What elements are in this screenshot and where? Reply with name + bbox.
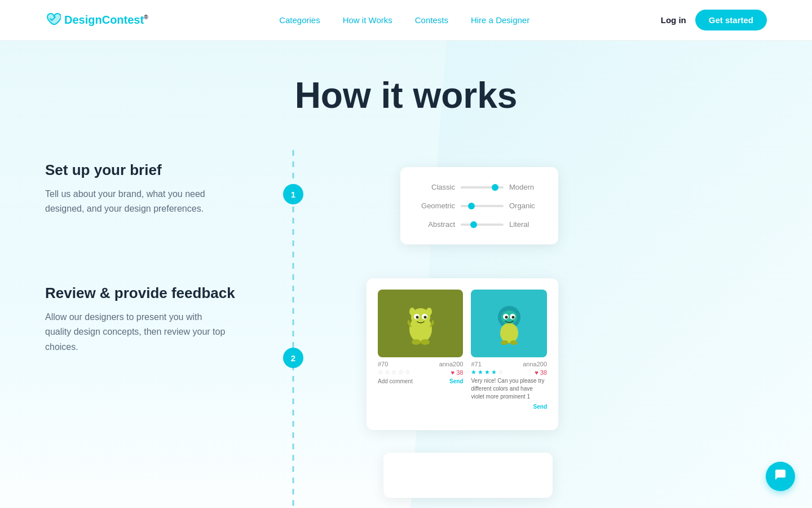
right-column: Classic Modern Geometric Organic [327, 150, 767, 508]
svg-point-11 [500, 323, 518, 343]
design-2-number: #71 [471, 361, 481, 367]
chat-icon [774, 468, 787, 485]
design-meta-2: #71 anna200 ★ ★ ★ ★ ☆ ♥ 38 [471, 361, 547, 411]
slider-3-track[interactable] [461, 224, 504, 226]
slider-3-right: Literal [509, 220, 540, 229]
nav-right: Log in Get started [661, 10, 767, 30]
brief-card: Classic Modern Geometric Organic [400, 167, 558, 244]
designs-card: #70 anna200 ☆ ☆ ☆ ☆ ☆ ♥ 38 [367, 278, 558, 430]
slider-1-left: Classic [418, 183, 455, 191]
design-image-1 [378, 290, 463, 357]
svg-point-16 [511, 316, 514, 319]
design-1-stars: ☆ ☆ ☆ ☆ ☆ ♥ 38 [378, 369, 463, 376]
svg-point-7 [423, 316, 426, 319]
hero-section: How it works Set up your brief Tell us a… [0, 41, 812, 508]
svg-point-3 [426, 308, 432, 316]
step-1-desc: Tell us about your brand, what you need … [45, 187, 226, 217]
slider-1-track[interactable] [461, 186, 504, 189]
svg-point-9 [421, 339, 430, 345]
design-image-2 [471, 290, 547, 357]
nav-how-it-works[interactable]: How it Works [343, 15, 392, 25]
step-dot-1: 1 [283, 184, 303, 204]
timeline-column: 1 2 [259, 150, 327, 508]
navbar: DesignContest® Categories How it Works C… [0, 0, 812, 41]
monster-1-icon [401, 298, 440, 349]
slider-2-track[interactable] [461, 205, 504, 207]
design-1-number: #70 [378, 361, 388, 367]
nav-categories[interactable]: Categories [279, 15, 320, 25]
design-meta-1: #70 anna200 ☆ ☆ ☆ ☆ ☆ ♥ 38 [378, 361, 463, 384]
svg-point-18 [510, 340, 518, 345]
design-1-comment-input[interactable] [378, 378, 449, 384]
design-2-feedback: Very nice! Can you please try different … [471, 377, 547, 411]
slider-row-1: Classic Modern [418, 183, 540, 191]
step-2-desc: Allow our designers to present you with … [45, 310, 226, 354]
designs-row: #70 anna200 ☆ ☆ ☆ ☆ ☆ ♥ 38 [378, 290, 547, 411]
step-1-block: Set up your brief Tell us about your bra… [45, 161, 259, 217]
login-button[interactable]: Log in [661, 15, 686, 25]
nav-hire[interactable]: Hire a Designer [471, 15, 529, 25]
design-2-stars: ★ ★ ★ ★ ☆ ♥ 38 [471, 369, 547, 376]
design-item-1: #70 anna200 ☆ ☆ ☆ ☆ ☆ ♥ 38 [378, 290, 463, 411]
content-area: Set up your brief Tell us about your bra… [0, 150, 812, 508]
logo[interactable]: DesignContest® [45, 11, 148, 30]
page-title-wrap: How it works [0, 75, 812, 116]
step-2-title: Review & provide feedback [45, 284, 259, 302]
step-dot-2: 2 [283, 348, 303, 368]
card-3-stub [383, 453, 553, 498]
left-column: Set up your brief Tell us about your bra… [45, 150, 259, 508]
slider-1-right: Modern [509, 183, 540, 191]
chat-bubble[interactable] [766, 462, 795, 491]
slider-2-right: Organic [509, 202, 540, 210]
logo-icon [45, 11, 61, 30]
svg-point-17 [501, 340, 509, 345]
step-2-block: Review & provide feedback Allow our desi… [45, 284, 259, 354]
svg-point-15 [505, 316, 508, 319]
monster-2-icon [489, 298, 529, 349]
design-1-send-button[interactable]: Send [449, 378, 463, 384]
design-1-user: anna200 [439, 361, 464, 367]
slider-row-3: Abstract Literal [418, 220, 540, 229]
slider-3-left: Abstract [418, 220, 455, 229]
svg-point-8 [412, 339, 421, 345]
logo-text: DesignContest® [64, 14, 148, 27]
slider-row-2: Geometric Organic [418, 202, 540, 210]
nav-contests[interactable]: Contests [415, 15, 448, 25]
design-2-send-button[interactable]: Send [533, 404, 547, 410]
svg-point-6 [416, 316, 418, 319]
design-1-heart: ♥ 38 [451, 369, 464, 376]
get-started-button[interactable]: Get started [695, 10, 767, 30]
slider-2-left: Geometric [418, 202, 455, 210]
design-2-feedback-text: Very nice! Can you please try different … [471, 377, 547, 401]
design-2-heart: ♥ 38 [535, 369, 547, 376]
page-title: How it works [0, 75, 812, 116]
svg-point-2 [409, 308, 415, 316]
step-1-title: Set up your brief [45, 161, 259, 179]
nav-links: Categories How it Works Contests Hire a … [279, 15, 529, 25]
design-item-2: #71 anna200 ★ ★ ★ ★ ☆ ♥ 38 [471, 290, 547, 411]
design-2-user: anna200 [523, 361, 547, 367]
design-1-comment-row: Send [378, 378, 463, 384]
